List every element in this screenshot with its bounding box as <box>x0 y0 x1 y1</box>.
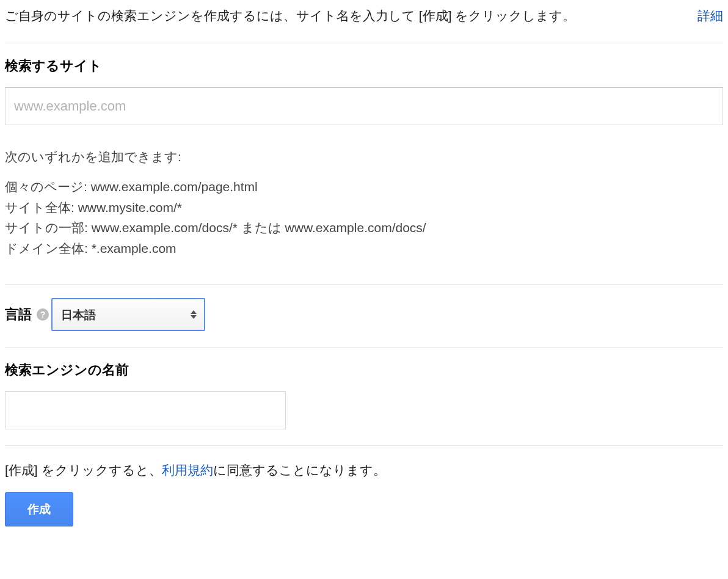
help-icon[interactable]: ? <box>37 308 49 321</box>
terms-prefix: [作成] をクリックすると、 <box>5 463 162 477</box>
detail-link[interactable]: 詳細 <box>697 7 723 24</box>
language-select[interactable]: 日本語 <box>51 298 205 331</box>
sites-input[interactable] <box>5 87 723 125</box>
sites-help-line: ドメイン全体: *.example.com <box>5 238 723 259</box>
engine-name-heading: 検索エンジンの名前 <box>5 361 723 379</box>
terms-text: [作成] をクリックすると、利用規約に同意することになります。 <box>5 459 723 479</box>
sites-section: 検索するサイト 次のいずれかを追加できます: 個々のページ: www.examp… <box>5 57 723 258</box>
sites-heading: 検索するサイト <box>5 57 723 75</box>
terms-link[interactable]: 利用規約 <box>162 463 213 477</box>
language-section: 言語 ? 日本語 <box>5 298 723 347</box>
create-button[interactable]: 作成 <box>5 492 73 526</box>
sites-help-line: サイトの一部: www.example.com/docs/* または www.e… <box>5 217 723 238</box>
sites-help-intro: 次のいずれかを追加できます: <box>5 148 723 166</box>
sites-help-line: 個々のページ: www.example.com/page.html <box>5 177 723 197</box>
sites-help-line: サイト全体: www.mysite.com/* <box>5 197 723 218</box>
language-heading: 言語 <box>5 305 32 324</box>
engine-name-section: 検索エンジンの名前 <box>5 361 723 445</box>
terms-suffix: に同意することになります。 <box>213 463 386 477</box>
engine-name-input[interactable] <box>5 391 286 429</box>
intro-text: ご自身のサイトの検索エンジンを作成するには、サイト名を入力して [作成] をクリ… <box>5 7 575 24</box>
